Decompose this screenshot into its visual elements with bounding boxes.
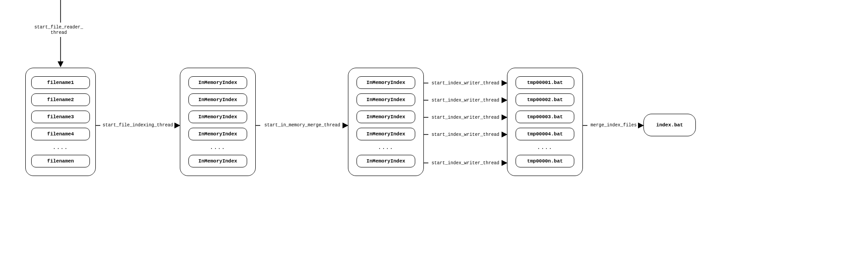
tmp-file-item: tmp00003.bat (516, 111, 574, 123)
container-filenames: filename1 filename2 filename3 filename4 … (25, 68, 96, 176)
label-writer-2: start_index_writer_thread (427, 98, 504, 103)
dots: .... (378, 145, 394, 150)
dots: .... (210, 145, 225, 150)
dots: .... (53, 145, 68, 150)
inmemory-item: InMemoryIndex (188, 111, 247, 123)
inmemory-item: InMemoryIndex (188, 155, 247, 167)
inmemory-item: InMemoryIndex (357, 111, 415, 123)
inmemory-item: InMemoryIndex (357, 93, 415, 106)
inmemory-item: InMemoryIndex (188, 93, 247, 106)
container-inmemory-2: InMemoryIndex InMemoryIndex InMemoryInde… (348, 68, 424, 176)
inmemory-item: InMemoryIndex (357, 128, 415, 140)
inmemory-item: InMemoryIndex (188, 128, 247, 140)
inmemory-item: InMemoryIndex (357, 76, 415, 89)
label-start-file-reader-thread: start_file_reader_ thread (32, 25, 86, 36)
final-index-file: index.bat (643, 114, 696, 136)
filename-item: filename4 (31, 128, 90, 140)
label-writer-n: start_index_writer_thread (427, 161, 504, 166)
label-writer-3: start_index_writer_thread (427, 115, 504, 121)
dots: .... (537, 145, 553, 150)
container-tmp-files: tmp00001.bat tmp00002.bat tmp00003.bat t… (507, 68, 583, 176)
label-merge-index-files: merge_index_files (586, 123, 641, 128)
filename-item: filenamen (31, 155, 90, 167)
tmp-file-item: tmp0000n.bat (516, 155, 574, 167)
inmemory-item: InMemoryIndex (357, 155, 415, 167)
label-writer-4: start_index_writer_thread (427, 132, 504, 138)
filename-item: filename3 (31, 111, 90, 123)
label-start-in-memory-merge-thread: start_in_memory_merge_thread (260, 123, 345, 128)
container-inmemory-1: InMemoryIndex InMemoryIndex InMemoryInde… (180, 68, 256, 176)
tmp-file-item: tmp00002.bat (516, 93, 574, 106)
filename-item: filename2 (31, 93, 90, 106)
tmp-file-item: tmp00001.bat (516, 76, 574, 89)
inmemory-item: InMemoryIndex (188, 76, 247, 89)
tmp-file-item: tmp00004.bat (516, 128, 574, 140)
label-writer-1: start_index_writer_thread (427, 81, 504, 86)
label-start-file-indexing-thread: start_file_indexing_thread (99, 123, 176, 128)
filename-item: filename1 (31, 76, 90, 89)
